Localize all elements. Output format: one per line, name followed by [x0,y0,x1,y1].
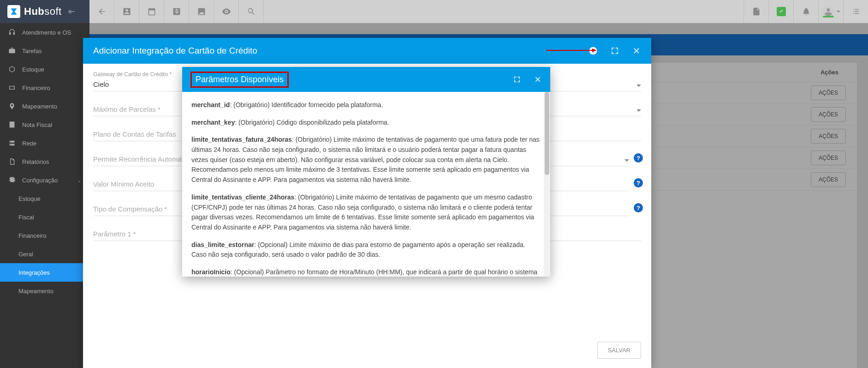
receipt-icon [8,121,16,128]
sidebar-item-label: Financeiro [18,232,47,239]
chevron-down-icon [636,109,641,112]
modal-header: Adicionar Integração de Cartão de Crédit… [83,38,651,64]
sidebar-item-label: Tarefas [22,48,42,54]
sidebar-item-rede[interactable]: Rede [0,134,89,152]
brand-name: Hubsoft [24,6,62,18]
save-button[interactable]: SALVAR [597,342,641,359]
fullscreen-icon[interactable] [611,47,619,55]
bell-icon[interactable] [793,0,818,23]
pin-icon [8,103,16,110]
param-item: dias_limite_estornar: (Opcional) Limite … [191,240,541,260]
sidebar-item-configuracao[interactable]: Configuração⌄ [0,171,89,189]
sidebar-item-estoque[interactable]: Estoque [0,60,89,78]
calendar-icon[interactable] [139,0,164,23]
gear-icon [8,176,16,184]
scrollbar[interactable] [544,92,550,277]
sidebar-item-label: Financeiro [22,84,50,91]
app-bar: Hubsoft ⇤ [0,0,868,23]
popup-parametros: Parâmetros Disponíveis merchant_id: (Obr… [182,67,550,277]
sidebar-item-label: Estoque [22,66,44,73]
sidebar-item-financeiro[interactable]: Financeiro [0,78,89,97]
sidebar-item-atendimento[interactable]: Atendimento e OS [0,23,89,42]
sidebar-item-label: Atendimento e OS [22,29,71,36]
param-item: merchant_id: (Obrigatório) Identificador… [191,100,541,110]
back-icon[interactable] [89,0,114,23]
cube-icon [8,66,16,73]
chevron-down-icon [636,84,641,87]
popup-body: merchant_id: (Obrigatório) Identificador… [182,92,550,277]
popup-title: Parâmetros Disponíveis [196,75,284,84]
brand-mark-icon [7,5,20,18]
popup-header: Parâmetros Disponíveis [182,67,550,92]
sidebar-sub-mapeamento[interactable]: Mapeamento [0,282,89,300]
user-avatar[interactable] [818,0,843,23]
sidebar-sub-geral[interactable]: Geral [0,245,89,263]
close-icon[interactable] [534,75,542,84]
help-icon[interactable]: ? [589,46,598,55]
sidebar-item-label: Estoque [18,195,41,202]
sidebar-sub-fiscal[interactable]: Fiscal [0,208,89,226]
sidebar-item-label: Mapeamento [22,103,57,110]
chevron-down-icon: ⌄ [77,178,81,183]
sidebar-item-tarefas[interactable]: Tarefas [0,42,89,60]
headset-icon [8,29,16,36]
pdf-icon[interactable] [743,0,768,23]
param-item: limite_tentativas_cliente_24horas: (Obri… [191,193,541,233]
help-icon[interactable]: ? [634,178,643,187]
brand-logo[interactable]: Hubsoft ⇤ [0,0,89,23]
eye-icon[interactable] [214,0,239,23]
status-badge-icon[interactable] [768,0,793,23]
sidebar-item-label: Rede [22,140,36,147]
sidebar-item-label: Nota Fiscal [22,121,52,128]
image-icon[interactable] [189,0,214,23]
doc-icon [8,158,16,165]
wallet-icon [8,84,16,91]
briefcase-icon [8,47,16,54]
menu-icon[interactable] [843,0,868,23]
close-icon[interactable] [632,46,641,55]
sidebar-sub-financeiro[interactable]: Financeiro [0,226,89,245]
sidebar-item-label: Integrações [18,269,50,276]
collapse-sidebar-icon[interactable]: ⇤ [68,6,75,17]
sidebar-item-label: Configuração [22,177,58,184]
chevron-down-icon [624,159,629,162]
scrollbar-thumb[interactable] [545,92,549,175]
help-icon[interactable]: ? [634,203,643,212]
sidebar-sub-estoque[interactable]: Estoque [0,189,89,208]
modal-title: Adicionar Integração de Cartão de Crédit… [93,46,257,56]
person-box-icon[interactable] [114,0,139,23]
param-item: merchant_key: (Obrigatório) Código dispo… [191,118,541,128]
svg-rect-1 [823,16,833,18]
popup-title-highlight: Parâmetros Disponíveis [190,72,289,88]
param-item: horarioInicio: (Opcional) Parâmetro no f… [191,267,541,277]
search-icon[interactable] [239,0,264,23]
sidebar-item-notafiscal[interactable]: Nota Fiscal [0,115,89,134]
sidebar-item-mapeamento[interactable]: Mapeamento [0,97,89,115]
sidebar-item-label: Mapeamento [18,288,54,295]
sidebar-item-label: Relatórios [22,158,49,165]
help-icon[interactable]: ? [634,153,643,163]
sidebar-sub-integracoes[interactable]: Integrações [0,263,89,282]
sidebar-item-label: Geral [18,251,33,258]
dollar-icon[interactable] [164,0,189,23]
server-icon [8,139,16,147]
sidebar-item-label: Fiscal [18,214,34,221]
sidebar-item-relatorios[interactable]: Relatórios [0,152,89,171]
sidebar: Atendimento e OS Tarefas Estoque Finance… [0,23,89,368]
fullscreen-icon[interactable] [513,76,521,83]
svg-text:?: ? [591,48,595,54]
param-item: limite_tentativas_fatura_24horas: (Obrig… [191,135,541,185]
